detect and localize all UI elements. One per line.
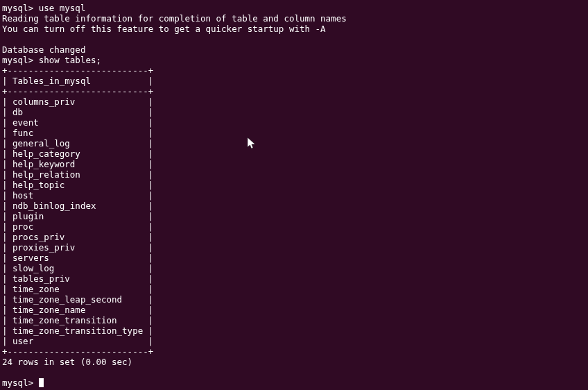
table-row: | procs_priv | (2, 232, 588, 242)
table-row: | general_log | (2, 138, 588, 149)
cursor[interactable] (39, 378, 44, 387)
blank-line (2, 367, 588, 378)
table-row: | func | (2, 128, 588, 138)
table-row: | servers | (2, 253, 588, 263)
table-row: | help_keyword | (2, 159, 588, 169)
table-row: | help_topic | (2, 180, 588, 190)
table-row: | time_zone | (2, 284, 588, 294)
table-row: | db | (2, 107, 588, 117)
mysql-prompt: mysql> (2, 3, 33, 13)
table-row: | time_zone_transition_type | (2, 325, 588, 336)
blank-line (2, 34, 588, 44)
terminal[interactable]: mysql> use mysql Reading table informati… (2, 3, 588, 388)
table-row: | columns_priv | (2, 96, 588, 107)
table-row: | plugin | (2, 211, 588, 221)
command-show-tables: show tables; (39, 55, 101, 65)
table-row: | time_zone_leap_second | (2, 294, 588, 305)
table-row: | help_category | (2, 149, 588, 159)
table-row: | time_zone_transition | (2, 315, 588, 325)
mysql-prompt: mysql> (2, 55, 33, 65)
table-row: | event | (2, 117, 588, 128)
result-summary: 24 rows in set (0.00 sec) (2, 357, 588, 367)
table-border-mid: +---------------------------+ (2, 86, 588, 96)
table-row: | proc | (2, 221, 588, 232)
database-changed: Database changed (2, 44, 588, 55)
table-row: | user | (2, 336, 588, 346)
command-use: use mysql (39, 3, 86, 13)
table-border-top: +---------------------------+ (2, 65, 588, 76)
info-turn-off: You can turn off this feature to get a q… (2, 24, 588, 34)
table-row: | ndb_binlog_index | (2, 201, 588, 211)
table-row: | proxies_priv | (2, 242, 588, 253)
prompt-line-cursor[interactable]: mysql> (2, 378, 588, 388)
prompt-line-show: mysql> show tables; (2, 55, 588, 65)
table-border-bottom: +---------------------------+ (2, 346, 588, 357)
table-row: | help_relation | (2, 169, 588, 180)
table-header: | Tables_in_mysql | (2, 76, 588, 86)
table-row: | host | (2, 190, 588, 201)
table-row: | time_zone_name | (2, 305, 588, 315)
mysql-prompt: mysql> (2, 378, 33, 388)
table-row: | tables_priv | (2, 273, 588, 284)
info-reading-tables: Reading table information for completion… (2, 13, 588, 24)
prompt-line-use: mysql> use mysql (2, 3, 588, 13)
table-row: | slow_log | (2, 263, 588, 273)
